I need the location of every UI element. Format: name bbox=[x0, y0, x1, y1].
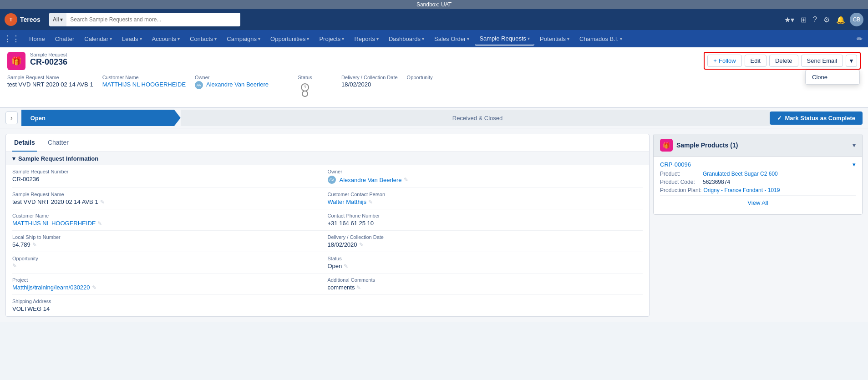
app-grid-icon[interactable]: ⋮⋮ bbox=[4, 34, 20, 44]
search-all-button[interactable]: All ▾ bbox=[49, 13, 66, 26]
sp-code-value: 562369874 bbox=[703, 179, 730, 185]
form-field-ls-label: Local Ship to Number bbox=[12, 234, 322, 240]
sp-code-label: Product Code: bbox=[660, 179, 701, 185]
comments-edit-icon[interactable]: ✎ bbox=[356, 284, 361, 291]
form-field-project-value[interactable]: Matthijs/training/learn/030220 ✎ bbox=[12, 284, 322, 291]
menu-item-chamados[interactable]: Chamados B.I. ▾ bbox=[575, 33, 627, 45]
settings-icon[interactable]: ⚙ bbox=[822, 15, 832, 25]
menu-item-opportunities[interactable]: Opportunities ▾ bbox=[266, 33, 314, 45]
form-field-sr-number-label: Sample Request Number bbox=[12, 169, 322, 174]
menu-bar: ⋮⋮ Home Chatter Calendar ▾ Leads ▾ Accou… bbox=[0, 30, 868, 47]
menu-item-calendar[interactable]: Calendar ▾ bbox=[80, 33, 117, 45]
actions-dropdown-button[interactable]: ▾ bbox=[846, 55, 857, 67]
form-field-sr-name-label: Sample Request Name bbox=[12, 192, 322, 197]
nav-logo[interactable]: T Tereos bbox=[5, 13, 46, 26]
form-field-comments-value: comments ✎ bbox=[328, 284, 638, 291]
form-field-cust-label: Customer Name bbox=[12, 213, 322, 218]
field-customer-name: Customer Name MATTHIJS NL HOOGERHEIDE bbox=[102, 75, 186, 88]
dropdown-chevron-icon: ▾ bbox=[850, 57, 853, 64]
cp-edit-icon[interactable]: ✎ bbox=[368, 199, 373, 205]
menu-item-leads[interactable]: Leads ▾ bbox=[117, 33, 146, 45]
edit-page-icon[interactable]: ✏ bbox=[855, 34, 864, 44]
follow-button[interactable]: + Follow bbox=[707, 55, 741, 67]
form-field-opp-value: ✎ bbox=[12, 263, 322, 269]
sp-code-row: Product Code: 562369874 bbox=[660, 179, 856, 185]
stage-open[interactable]: Open bbox=[21, 110, 181, 126]
menu-item-samplerequests[interactable]: Sample Requests ▾ bbox=[475, 32, 534, 46]
opp-edit-icon[interactable]: ✎ bbox=[12, 263, 17, 269]
delete-button[interactable]: Delete bbox=[769, 55, 798, 67]
form-field-contact-person: Customer Contact Person Walter Matthijs … bbox=[328, 188, 643, 209]
view-all-button[interactable]: View All bbox=[660, 195, 856, 210]
svg-point-1 bbox=[302, 91, 308, 96]
sp-content: CRP-00096 ▾ Product: Granulated Beet Sug… bbox=[654, 157, 862, 214]
sr-name-edit-icon[interactable]: ✎ bbox=[100, 199, 105, 205]
search-all-label: All bbox=[53, 16, 59, 23]
dd-edit-icon[interactable]: ✎ bbox=[359, 242, 364, 248]
section-header-samplerequest[interactable]: ▾ Sample Request Information bbox=[6, 152, 649, 165]
menu-item-salesorder[interactable]: Sales Order ▾ bbox=[430, 33, 474, 45]
tab-chatter-label: Chatter bbox=[48, 139, 69, 146]
notifications-icon[interactable]: 🔔 bbox=[834, 15, 847, 25]
menu-item-projects[interactable]: Projects ▾ bbox=[315, 33, 349, 45]
field-owner-value[interactable]: AV Alexandre Van Beerlere bbox=[195, 81, 269, 89]
sp-collapse-icon[interactable]: ▾ bbox=[853, 142, 856, 149]
send-email-button[interactable]: Send Email bbox=[801, 55, 843, 67]
form-field-owner-value[interactable]: AV Alexandre Van Beerlere ✎ bbox=[328, 176, 638, 184]
stage-open-label: Open bbox=[30, 115, 46, 122]
sp-product-value[interactable]: Granulated Beet Sugar C2 600 bbox=[703, 171, 778, 177]
record-header: 🎁 Sample Request CR-00236 + Follow Edit … bbox=[0, 47, 868, 107]
field-owner-label: Owner bbox=[195, 75, 269, 80]
help-icon[interactable]: ? bbox=[811, 15, 819, 25]
form-field-status-label: Status bbox=[328, 256, 638, 261]
tab-chatter[interactable]: Chatter bbox=[46, 134, 71, 152]
actions-highlight-box: + Follow Edit Delete Send Email ▾ Clone bbox=[704, 52, 861, 70]
project-edit-icon[interactable]: ✎ bbox=[92, 284, 96, 291]
mark-complete-button[interactable]: ✓ Mark Status as Complete bbox=[770, 111, 863, 125]
form-field-ls-value: 54.789 ✎ bbox=[12, 241, 322, 248]
form-field-shipping-value: VOLTWEG 14 bbox=[12, 305, 322, 312]
menu-item-reports[interactable]: Reports ▾ bbox=[350, 33, 383, 45]
svg-text:?: ? bbox=[304, 85, 306, 90]
sp-type-icon: 🎁 bbox=[660, 139, 673, 152]
favorites-icon[interactable]: ★▾ bbox=[782, 15, 796, 25]
menu-item-potentials[interactable]: Potentials ▾ bbox=[535, 33, 574, 45]
menu-item-chatter[interactable]: Chatter bbox=[51, 33, 79, 45]
main-panel: Details Chatter ▾ Sample Request Informa… bbox=[5, 134, 650, 317]
search-input[interactable] bbox=[66, 13, 240, 26]
section-collapse-icon: ▾ bbox=[12, 155, 15, 162]
menu-item-home[interactable]: Home bbox=[25, 33, 50, 45]
menu-item-dashboards[interactable]: Dashboards ▾ bbox=[384, 33, 429, 45]
menu-item-campaigns[interactable]: Campaigns ▾ bbox=[222, 33, 265, 45]
sp-record-link[interactable]: CRP-00096 ▾ bbox=[660, 161, 856, 168]
sp-plant-value[interactable]: Origny - France Fondant - 1019 bbox=[703, 187, 780, 193]
menu-item-contacts[interactable]: Contacts ▾ bbox=[185, 33, 221, 45]
form-owner-edit-icon[interactable]: ✎ bbox=[404, 177, 408, 183]
stage-received[interactable]: Received & Closed bbox=[181, 110, 770, 126]
form-field-phone-label: Contact Phone Number bbox=[328, 213, 638, 218]
form-field-opp-label: Opportunity bbox=[12, 256, 322, 261]
tabs-row: Details Chatter bbox=[6, 134, 649, 152]
status-unknown-icon: ? bbox=[297, 82, 313, 101]
tab-details[interactable]: Details bbox=[12, 134, 37, 152]
edit-button[interactable]: Edit bbox=[745, 55, 766, 67]
form-owner-avatar: AV bbox=[328, 176, 336, 184]
sp-product-row: Product: Granulated Beet Sugar C2 600 bbox=[660, 171, 856, 177]
form-field-cp-value[interactable]: Walter Matthijs ✎ bbox=[328, 198, 638, 205]
stage-back-button[interactable]: › bbox=[5, 111, 18, 124]
form-field-opportunity: Opportunity ✎ bbox=[12, 252, 328, 274]
form-field-cust-value[interactable]: MATTHIJS NL HOOGERHEIDE ✎ bbox=[12, 220, 322, 227]
clone-menu-item[interactable]: Clone bbox=[806, 70, 859, 84]
add-icon[interactable]: ⊞ bbox=[799, 15, 808, 25]
field-dd-value: 18/02/2020 bbox=[341, 81, 398, 88]
ls-edit-icon[interactable]: ✎ bbox=[32, 242, 37, 248]
menu-item-accounts[interactable]: Accounts ▾ bbox=[147, 33, 184, 45]
user-avatar[interactable]: CB bbox=[850, 13, 863, 26]
field-cn-value[interactable]: MATTHIJS NL HOOGERHEIDE bbox=[102, 81, 186, 88]
form-field-shipping: Shipping Address VOLTWEG 14 bbox=[12, 295, 328, 316]
sp-product-label: Product: bbox=[660, 171, 701, 177]
form-field-sr-name-value: test VVD NRT 2020 02 14 AVB 1 ✎ bbox=[12, 198, 322, 205]
status-edit-icon[interactable]: ✎ bbox=[344, 263, 348, 269]
follow-label: Follow bbox=[719, 57, 736, 64]
cust-edit-icon[interactable]: ✎ bbox=[97, 220, 102, 227]
